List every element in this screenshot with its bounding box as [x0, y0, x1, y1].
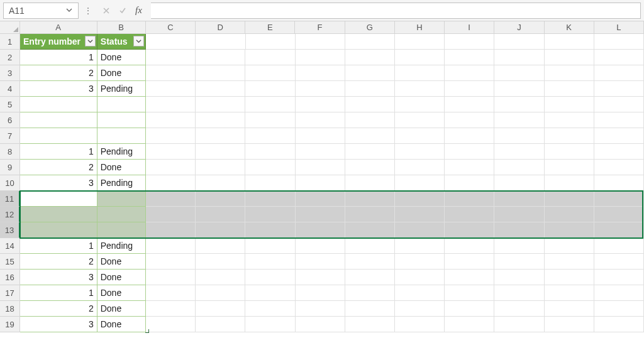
cell[interactable] [445, 270, 494, 285]
row-header[interactable]: 7 [0, 128, 20, 144]
cell[interactable] [345, 112, 395, 128]
cell[interactable] [196, 270, 245, 285]
column-header[interactable]: H [395, 21, 445, 34]
row-header[interactable]: 1 [0, 34, 20, 50]
cell[interactable] [395, 175, 445, 191]
row-header[interactable]: 13 [0, 222, 20, 238]
cell[interactable] [97, 112, 146, 128]
cell[interactable] [545, 128, 594, 144]
cell[interactable] [196, 285, 245, 301]
cell[interactable] [97, 222, 146, 238]
cell[interactable] [196, 81, 245, 97]
row-header[interactable]: 4 [0, 81, 20, 97]
select-all-corner[interactable] [0, 21, 20, 34]
column-header[interactable]: L [594, 21, 644, 34]
cell[interactable] [296, 301, 345, 317]
cell[interactable] [494, 81, 544, 97]
cell[interactable] [196, 160, 245, 175]
cell[interactable] [196, 238, 245, 254]
cell[interactable] [545, 50, 594, 65]
cell[interactable] [545, 191, 594, 207]
cell[interactable] [545, 270, 594, 285]
cell[interactable] [345, 191, 395, 207]
cell[interactable] [395, 160, 445, 175]
column-header[interactable]: B [97, 21, 146, 34]
row-header[interactable]: 9 [0, 160, 20, 175]
cell[interactable] [594, 285, 644, 301]
cell[interactable] [196, 97, 245, 112]
cell[interactable] [345, 238, 395, 254]
cell[interactable] [395, 301, 445, 317]
cell[interactable] [245, 81, 295, 97]
cell[interactable] [296, 160, 345, 175]
cell[interactable] [445, 81, 494, 97]
row-header[interactable]: 3 [0, 65, 20, 81]
cell[interactable] [594, 144, 644, 160]
cell[interactable] [296, 191, 345, 207]
cell[interactable] [345, 285, 395, 301]
cell[interactable] [245, 270, 295, 285]
cell[interactable] [345, 254, 395, 270]
cell[interactable] [296, 81, 345, 97]
cell[interactable] [395, 254, 445, 270]
cell[interactable] [245, 238, 295, 254]
filter-dropdown-icon[interactable] [85, 36, 96, 46]
cell[interactable] [245, 301, 295, 317]
cell[interactable]: 3 [20, 317, 97, 332]
row-header[interactable]: 18 [0, 301, 20, 317]
cell[interactable] [196, 34, 245, 50]
cell[interactable] [245, 160, 295, 175]
cell[interactable] [296, 254, 345, 270]
cell[interactable] [594, 270, 644, 285]
cell[interactable] [594, 222, 644, 238]
cell[interactable] [146, 270, 196, 285]
cell[interactable] [494, 285, 544, 301]
cell[interactable] [594, 254, 644, 270]
cell[interactable] [146, 317, 196, 332]
cell[interactable] [146, 222, 196, 238]
cell[interactable] [494, 317, 544, 332]
cell[interactable] [445, 112, 494, 128]
cell[interactable] [20, 207, 97, 222]
row-header[interactable]: 2 [0, 50, 20, 65]
cell[interactable] [395, 285, 445, 301]
cell[interactable]: Done [97, 301, 146, 317]
column-header[interactable]: F [295, 21, 345, 34]
cell[interactable] [545, 175, 594, 191]
row-header[interactable]: 14 [0, 238, 20, 254]
enter-icon[interactable] [118, 6, 128, 16]
cell[interactable] [395, 97, 445, 112]
cell[interactable] [445, 50, 494, 65]
cell[interactable] [146, 175, 196, 191]
cell[interactable] [545, 317, 594, 332]
cell[interactable] [345, 128, 395, 144]
cell[interactable] [146, 301, 196, 317]
cell[interactable] [545, 285, 594, 301]
cell[interactable] [594, 175, 644, 191]
cell[interactable] [445, 144, 494, 160]
cell[interactable] [146, 160, 196, 175]
cell[interactable] [245, 128, 295, 144]
cell[interactable] [494, 50, 544, 65]
cell[interactable] [345, 301, 395, 317]
cell[interactable] [395, 34, 445, 50]
cell[interactable] [245, 222, 295, 238]
cell[interactable] [494, 65, 544, 81]
cell[interactable] [395, 128, 445, 144]
cell[interactable] [494, 144, 544, 160]
cell[interactable] [245, 191, 295, 207]
cell[interactable] [20, 112, 97, 128]
cell[interactable] [494, 175, 544, 191]
cell[interactable]: 2 [20, 160, 97, 175]
cell[interactable] [494, 270, 544, 285]
row-header[interactable]: 8 [0, 144, 20, 160]
cell[interactable] [146, 81, 196, 97]
cell[interactable] [345, 222, 395, 238]
cell[interactable]: 3 [20, 175, 97, 191]
cell[interactable] [445, 128, 494, 144]
cell[interactable] [296, 270, 345, 285]
cell[interactable] [345, 317, 395, 332]
cell[interactable] [245, 112, 295, 128]
cell[interactable] [445, 97, 494, 112]
column-header[interactable]: A [20, 21, 97, 34]
